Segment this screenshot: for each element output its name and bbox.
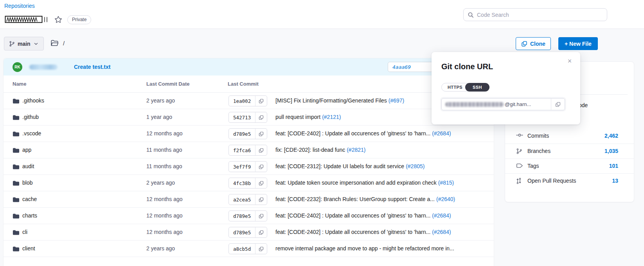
close-icon[interactable]: × (565, 57, 574, 65)
copy-sha-button[interactable] (255, 211, 267, 221)
latest-commit-banner: RK Create test.txt 4aaa69 (4, 58, 494, 75)
clone-icon (521, 41, 527, 47)
stat-label: Commits (527, 133, 549, 139)
table-row[interactable]: cli 12 months ago d789e5 feat: [CODE-240… (4, 224, 494, 241)
commit-sha-chip: 3ef7f9 (228, 161, 267, 172)
stat-label: Tags (527, 163, 539, 169)
commit-message: feat: [CODE-2312]: Update UI labels for … (275, 163, 425, 169)
commit-message-text: feat: Update token source impersonation … (275, 180, 437, 186)
stat-row[interactable]: Tags 101 (505, 158, 634, 173)
commit-message: feat: [CODE-2402] : Update all occurence… (275, 229, 451, 235)
pr-link[interactable]: (#2684) (432, 130, 451, 137)
branch-selector[interactable]: main (4, 37, 44, 50)
file-name: cache (22, 196, 37, 202)
table-row[interactable]: .vscode 12 months ago d789e5 feat: [CODE… (4, 126, 494, 142)
commit-message-text: feat: [CODE-2402] : Update all occurence… (275, 229, 430, 235)
copy-url-button[interactable] (551, 99, 565, 110)
table-header-row: Name Last Commit Date Last Commit (4, 75, 494, 93)
file-name: charts (22, 212, 37, 219)
table-row[interactable]: cache 12 months ago a2cea5 feat: [CODE-2… (4, 191, 494, 208)
pr-link[interactable]: (#2805) (406, 163, 425, 169)
folder-icon (13, 115, 20, 120)
pr-link[interactable]: (#697) (389, 97, 404, 104)
commit-message-text: pull request import (275, 114, 320, 120)
folder-icon (13, 197, 20, 203)
tag-icon (516, 163, 523, 170)
copy-sha-button[interactable] (255, 112, 267, 122)
commit-message: feat: [CODE-2402] : Update all occurence… (275, 212, 451, 219)
pr-link[interactable]: (#2121) (322, 114, 341, 120)
col-header-date: Last Commit Date (146, 81, 190, 87)
clone-url-field[interactable]: @git.harn... (441, 98, 565, 110)
file-name: blob (22, 180, 32, 186)
table-row[interactable]: app 11 months ago f2fca6 fix: [CDE-202]:… (4, 142, 494, 158)
commit-message: pull request import(#2121) (275, 114, 341, 120)
table-row[interactable]: blob 2 years ago 4fc38b feat: Update tok… (4, 175, 494, 191)
pr-link[interactable]: (#2640) (436, 196, 455, 202)
table-row[interactable]: .githooks 2 years ago 1ea002 [MISC] Fix … (4, 93, 494, 109)
commit-message: fix: [CDE-202]: list-dead func(#2821) (275, 147, 365, 153)
last-commit-date: 2 years ago (146, 180, 175, 186)
folder-icon (13, 131, 20, 137)
stat-row[interactable]: Commits 2,462 (505, 129, 634, 144)
code-search[interactable] (463, 8, 607, 21)
commit-sha: 3ef7f9 (229, 162, 255, 172)
pr-link[interactable]: (#815) (438, 180, 454, 186)
clone-url-text: @git.harn... (442, 99, 551, 110)
commit-sha-chip: a2cea5 (228, 194, 267, 205)
stat-row[interactable]: Open Pull Requests 13 (505, 173, 634, 188)
commit-sha-chip: d789e5 (228, 210, 267, 221)
stat-label: Open Pull Requests (527, 178, 576, 184)
last-commit-date: 12 months ago (146, 196, 183, 202)
file-name: cli (22, 229, 27, 235)
clone-button[interactable]: Clone (516, 37, 551, 50)
commit-sha: d789e5 (229, 129, 255, 139)
copy-sha-button[interactable] (255, 227, 267, 237)
commit-message-text: [MISC] Fix Linting/Formatting/Generated … (275, 97, 387, 104)
stat-value: 1,035 (604, 148, 618, 154)
copy-sha-button[interactable] (255, 96, 267, 106)
breadcrumb-repositories[interactable]: Repositories (4, 3, 35, 9)
table-row[interactable]: charts 12 months ago d789e5 feat: [CODE-… (4, 208, 494, 224)
branch-name: main (18, 41, 31, 47)
commit-sha: d789e5 (229, 211, 255, 221)
chevron-down-icon (33, 41, 39, 47)
clone-button-label: Clone (530, 41, 545, 47)
copy-sha-button[interactable] (255, 129, 267, 139)
folder-open-icon (50, 40, 59, 47)
commit-sha-chip: 4fc38b (228, 178, 267, 189)
redacted-repo-name (5, 15, 49, 24)
commit-sha: 542713 (229, 112, 255, 122)
favorite-star-icon[interactable] (53, 14, 63, 25)
pr-link[interactable]: (#2684) (432, 212, 451, 219)
last-commit-date: 11 months ago (146, 147, 182, 153)
latest-commit-link[interactable]: Create test.txt (74, 64, 110, 70)
popover-title: Git clone URL (441, 62, 493, 71)
table-row[interactable]: client 2 years ago a8cb5d remove interna… (4, 241, 494, 257)
table-row[interactable]: .github 1 year ago 542713 pull request i… (4, 109, 494, 126)
stat-row[interactable]: Branches 1,035 (505, 144, 634, 158)
copy-sha-button[interactable] (255, 244, 267, 254)
branch-icon (516, 148, 523, 155)
copy-sha-button[interactable] (255, 162, 267, 172)
commit-message-text: feat: [CODE-2402] : Update all occurence… (275, 130, 430, 137)
new-file-button[interactable]: + New File (558, 37, 598, 50)
copy-sha-button[interactable] (255, 178, 267, 188)
folder-icon (13, 98, 20, 104)
col-header-commit: Last Commit (228, 81, 259, 87)
pr-link[interactable]: (#2684) (432, 229, 451, 235)
commit-sha-chip: d789e5 (228, 227, 267, 238)
copy-sha-button[interactable] (255, 145, 267, 155)
pr-link[interactable]: (#2821) (347, 147, 365, 153)
search-icon (468, 12, 474, 18)
commit-message-text: fix: [CDE-202]: list-dead func (275, 147, 345, 153)
table-row[interactable]: audit 11 months ago 3ef7f9 feat: [CODE-2… (4, 158, 494, 175)
commit-sha: 4fc38b (229, 178, 255, 188)
commit-icon (516, 133, 523, 140)
toggle-ssh[interactable]: SSH (465, 83, 489, 92)
copy-sha-button[interactable] (255, 194, 267, 205)
search-input[interactable] (477, 12, 603, 18)
clone-url-suffix: @git.harn... (505, 101, 531, 107)
commit-sha: a2cea5 (229, 194, 255, 205)
stat-label: Branches (527, 148, 550, 154)
